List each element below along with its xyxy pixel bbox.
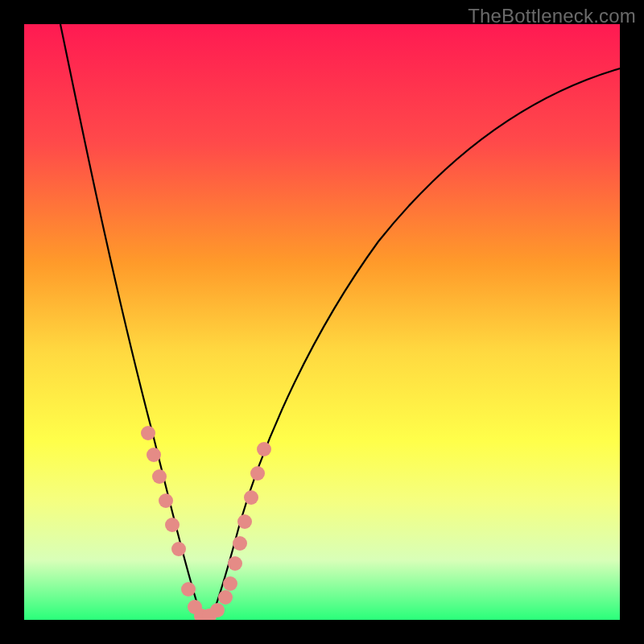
- marker-dot: [250, 466, 265, 481]
- marker-dot: [210, 603, 225, 617]
- marker-dot: [223, 576, 237, 591]
- watermark-text: TheBottleneck.com: [468, 5, 636, 27]
- marker-dot: [159, 493, 173, 508]
- bottleneck-curve: [24, 24, 620, 620]
- marker-dot: [228, 556, 242, 571]
- marker-dot: [233, 536, 247, 551]
- marker-dot: [237, 514, 252, 529]
- chart-frame: TheBottleneck.com: [0, 0, 644, 644]
- marker-dot: [141, 426, 155, 440]
- marker-dot: [218, 590, 233, 605]
- marker-dot: [257, 442, 271, 456]
- plot-area: [24, 24, 620, 620]
- marker-dot: [152, 469, 167, 484]
- marker-dot: [171, 542, 186, 556]
- marker-dot: [165, 518, 180, 532]
- curve-path: [60, 24, 620, 618]
- marker-dot: [181, 582, 196, 597]
- marker-dot: [147, 448, 161, 462]
- marker-dot: [244, 490, 258, 505]
